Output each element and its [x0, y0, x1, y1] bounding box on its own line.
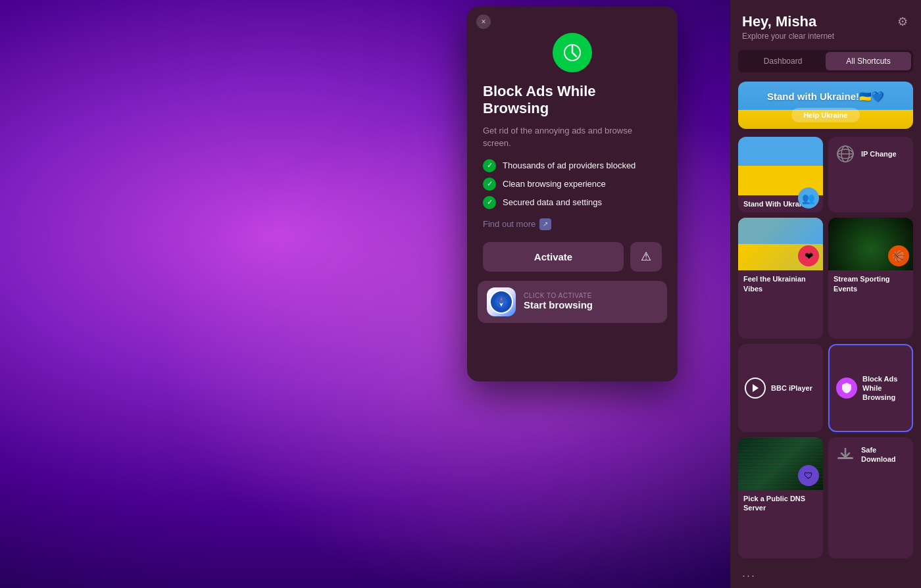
start-browsing-label: Start browsing [524, 299, 593, 310]
external-link-icon: ↗ [539, 218, 551, 230]
feature-item-1: ✓ Thousands of ad providers blocked [483, 159, 662, 172]
bbc-label: BBC iPlayer [771, 383, 812, 393]
shortcut-stream-sports[interactable]: 🏀 Stream Sporting Events [828, 218, 913, 339]
shortcut-bbc-iplayer[interactable]: BBC iPlayer [738, 344, 823, 432]
gear-icon: ⚙ [897, 15, 908, 28]
panel-header: Hey, Misha Explore your clear internet ⚙ [730, 0, 921, 41]
feature-label-1: Thousands of ad providers blocked [503, 160, 635, 170]
safari-icon [487, 287, 516, 316]
svg-marker-10 [753, 384, 759, 392]
right-panel: Hey, Misha Explore your clear internet ⚙… [730, 0, 921, 588]
help-ukraine-button[interactable]: Help Ukraine [791, 108, 859, 122]
ukraine-banner[interactable]: Stand with Ukraine!🇺🇦💙 Help Ukraine [738, 82, 913, 129]
feature-item-2: ✓ Clean browsing experience [483, 178, 662, 191]
feature-label-2: Clean browsing experience [503, 179, 606, 189]
panel-footer: ... [730, 558, 921, 588]
click-to-activate-label: CLICK TO ACTIVATE [524, 292, 593, 299]
safari-compass-icon [489, 290, 513, 314]
stream-thumb: 🏀 [828, 218, 913, 270]
check-icon-3: ✓ [483, 196, 496, 209]
bbc-card-content: BBC iPlayer [738, 344, 823, 432]
feature-label-3: Secured data and settings [503, 197, 602, 207]
block-ads-label: Block Ads While Browsing [862, 374, 905, 403]
modal-actions: Activate ⚠ [483, 242, 662, 272]
tab-all-shortcuts[interactable]: All Shortcuts [826, 52, 911, 70]
shortcut-dns-server[interactable]: 🛡 Pick a Public DNS Server [738, 437, 823, 558]
modal-title: Block Ads While Browsing [483, 83, 662, 118]
warning-info-button[interactable]: ⚠ [630, 242, 662, 272]
sports-ball-icon: 🏀 [888, 245, 909, 266]
shortcut-feel-ukrainian[interactable]: ❤ Feel the Ukrainian Vibes [738, 218, 823, 339]
shortcut-ip-change[interactable]: IP Change [828, 137, 913, 212]
vibes-label: Feel the Ukrainian Vibes [738, 270, 823, 297]
vibes-heart-icon: ❤ [798, 245, 819, 266]
dns-thumb: 🛡 [738, 437, 823, 490]
shortcut-safe-download[interactable]: Safe Download [828, 437, 913, 558]
activate-button[interactable]: Activate [483, 242, 624, 272]
tab-bar: Dashboard All Shortcuts [738, 50, 913, 72]
footer-more-dots[interactable]: ... [742, 566, 756, 580]
safe-dl-content: Safe Download [828, 437, 913, 472]
shortcut-block-ads[interactable]: Block Ads While Browsing [828, 344, 913, 432]
start-text: CLICK TO ACTIVATE Start browsing [524, 292, 593, 311]
play-icon [745, 378, 766, 399]
settings-gear-button[interactable]: ⚙ [896, 13, 909, 30]
modal-features-list: ✓ Thousands of ad providers blocked ✓ Cl… [483, 159, 662, 209]
shortcut-stand-ukraine[interactable]: 👥 Stand With Ukraine [738, 137, 823, 212]
ukraine-icon-overlay: 👥 [798, 187, 819, 208]
ads-shield-icon [836, 378, 857, 399]
modal-panel: × Block Ads While Browsing Get rid of th… [467, 7, 678, 381]
dns-label: Pick a Public DNS Server [738, 490, 823, 517]
panel-greeting: Hey, Misha Explore your clear internet [742, 13, 834, 41]
people-icon: 👥 [802, 192, 815, 205]
check-icon-1: ✓ [483, 159, 496, 172]
check-icon-2: ✓ [483, 178, 496, 191]
modal-close-button[interactable]: × [476, 14, 491, 29]
start-browsing-bar[interactable]: CLICK TO ACTIVATE Start browsing [478, 281, 667, 323]
feature-item-3: ✓ Secured data and settings [483, 196, 662, 209]
ip-change-icon [835, 143, 856, 164]
safe-download-label: Safe Download [861, 445, 907, 464]
shortcuts-grid: 👥 Stand With Ukraine IP Change [738, 137, 913, 558]
ukraine-flag-thumb [738, 137, 823, 195]
ukraine-banner-title: Stand with Ukraine!🇺🇦💙 [746, 91, 905, 103]
find-out-more-link[interactable]: Find out more ↗ [483, 218, 662, 230]
modal-icon [553, 33, 592, 72]
ip-card-content: IP Change [828, 137, 913, 171]
dns-shield-icon: 🛡 [798, 465, 819, 486]
safe-download-icon [835, 444, 856, 465]
ip-change-label: IP Change [861, 149, 897, 159]
warning-icon: ⚠ [641, 249, 651, 264]
tab-dashboard[interactable]: Dashboard [740, 52, 826, 70]
modal-description: Get rid of the annoying ads and browse s… [483, 124, 662, 150]
greeting-subtitle: Explore your clear internet [742, 32, 834, 41]
stream-label: Stream Sporting Events [828, 270, 913, 297]
greeting-title: Hey, Misha [742, 13, 834, 30]
ads-card-content: Block Ads While Browsing [830, 345, 912, 431]
vibes-thumb: ❤ [738, 218, 823, 270]
